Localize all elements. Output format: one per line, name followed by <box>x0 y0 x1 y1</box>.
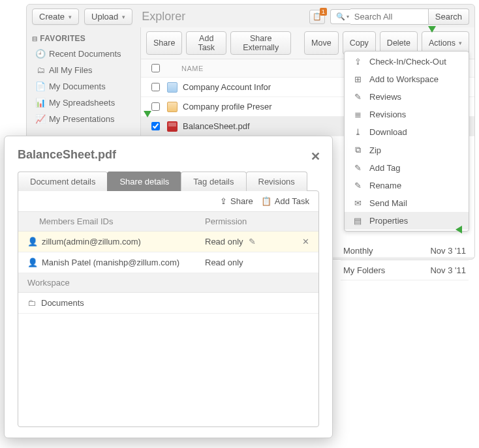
presentation-file-icon <box>167 102 178 112</box>
menu-label: Add Tag <box>369 163 400 173</box>
sidebar-item-label: Recent Documents <box>49 49 121 59</box>
sidebar-item-all-files[interactable]: 🗂 All My Files <box>32 62 138 78</box>
create-button[interactable]: Create ▾ <box>32 8 79 25</box>
upload-button[interactable]: Upload ▾ <box>84 8 132 25</box>
tab-body: ⇪ Share 📋 Add Task Members Email IDs Per… <box>18 190 319 427</box>
menu-item-zip[interactable]: ⧉ Zip <box>345 141 469 159</box>
menu-label: Rename <box>369 181 401 190</box>
sidebar-item-presentations[interactable]: 📈 My Presentations <box>32 111 138 127</box>
menu-item-properties[interactable]: ▤ Properties <box>345 212 469 230</box>
share-action-bar: ⇪ Share 📋 Add Task <box>18 191 318 212</box>
search-group: 🔍 ▾ Search <box>330 8 469 25</box>
sidebar-item-label: My Presentations <box>49 114 114 124</box>
share-button[interactable]: Share <box>146 31 182 55</box>
menu-label: Zip <box>369 145 381 155</box>
select-all-checkbox[interactable] <box>151 64 160 72</box>
menu-item-checkin[interactable]: ⇪ Check-In/Check-Out <box>345 53 469 70</box>
menu-label: Revisions <box>369 110 406 119</box>
add-task-label: Add Task <box>275 196 309 206</box>
person-icon: 👤 <box>27 237 38 246</box>
files-icon: 🗂 <box>36 65 45 75</box>
add-task-link[interactable]: 📋 Add Task <box>261 196 309 206</box>
caret-icon: ▾ <box>459 40 462 46</box>
popup-header: BalanceSheet.pdf ✕ <box>5 136 332 171</box>
workspace-header: Workspace <box>18 273 318 293</box>
share-icon: ⇪ <box>220 196 227 206</box>
workspace-name: Documents <box>41 298 84 308</box>
tab-share-details[interactable]: Share details <box>107 172 181 191</box>
caret-icon: ▾ <box>347 14 349 20</box>
list-item[interactable]: My Folders Nov 3 '11 <box>341 261 469 280</box>
row-checkbox[interactable] <box>151 102 160 111</box>
sidebar-item-recent[interactable]: 🕘 Recent Documents <box>32 46 138 62</box>
remove-icon[interactable]: ✕ <box>302 237 309 246</box>
edit-icon[interactable]: ✎ <box>249 237 256 246</box>
row-checkbox[interactable] <box>151 83 160 91</box>
sidebar-item-documents[interactable]: 📄 My Documents <box>32 78 138 95</box>
pres-icon: 📈 <box>36 114 45 124</box>
search-scope-button[interactable]: 🔍 ▾ <box>330 9 350 24</box>
share-link[interactable]: ⇪ Share <box>220 196 253 206</box>
share-externally-button[interactable]: Share Externally <box>230 31 291 55</box>
tag-icon: ✎ <box>352 163 363 173</box>
share-label: Share <box>230 196 253 206</box>
row-checkbox[interactable] <box>151 122 160 130</box>
member-email: zillum(admin@zillum.com) <box>42 237 205 246</box>
workspace-row[interactable]: 🗀 Documents <box>18 293 318 314</box>
add-task-button[interactable]: Add Task <box>186 31 226 55</box>
column-name: NAME <box>164 65 204 72</box>
pdf-file-icon <box>167 121 178 132</box>
menu-item-send-mail[interactable]: ✉ Send Mail <box>345 194 469 212</box>
top-bar: Create ▾ Upload ▾ Explorer 📋 🔍 ▾ Search <box>27 5 474 27</box>
menu-item-add-tag[interactable]: ✎ Add Tag <box>345 159 469 177</box>
folder-name: Monthly <box>343 246 373 256</box>
caret-icon: ▾ <box>122 14 125 20</box>
menu-item-rename[interactable]: ✎ Rename <box>345 177 469 194</box>
menu-label: Properties <box>369 216 408 226</box>
folder-icon: 🗀 <box>27 298 36 308</box>
sidebar-item-spreadsheets[interactable]: 📊 My Spreadsheets <box>32 95 138 111</box>
tab-document-details[interactable]: Document details <box>18 172 108 191</box>
tab-tag-details[interactable]: Tag details <box>181 172 246 191</box>
list-item[interactable]: Monthly Nov 3 '11 <box>341 241 469 261</box>
upload-label: Upload <box>91 12 118 22</box>
zip-icon: ⧉ <box>352 145 363 155</box>
file-name: Company profile Preser <box>183 102 272 112</box>
revisions-icon: ≣ <box>352 110 363 119</box>
favorites-header[interactable]: ⊟ FAVORITES <box>32 31 138 46</box>
folder-date: Nov 3 '11 <box>430 246 466 256</box>
menu-item-revisions[interactable]: ≣ Revisions <box>345 106 469 123</box>
share-row[interactable]: 👤 zillum(admin@zillum.com) Read only ✎ ✕ <box>18 231 318 252</box>
tab-bar: Document details Share details Tag detai… <box>18 171 319 190</box>
word-file-icon <box>167 82 178 93</box>
caret-icon: ▾ <box>69 14 72 20</box>
permission-value: Read only <box>205 258 243 267</box>
menu-label: Send Mail <box>369 198 407 208</box>
checkin-icon: ⇪ <box>352 57 363 67</box>
actions-label: Actions <box>429 38 456 48</box>
menu-label: Download <box>369 127 407 137</box>
notification-icon[interactable]: 📋 <box>309 10 325 24</box>
col-members: Members Email IDs <box>27 217 205 226</box>
rename-icon: ✎ <box>352 181 363 190</box>
collapse-icon: ⊟ <box>32 35 37 42</box>
move-button[interactable]: Move <box>304 31 339 55</box>
col-permission: Permission <box>205 217 309 226</box>
menu-item-workspace[interactable]: ⊞ Add to Workspace <box>345 70 469 88</box>
share-row[interactable]: 👤 Manish Patel (manishp@zillum.com) Read… <box>18 252 318 273</box>
sidebar-item-label: My Spreadsheets <box>49 98 115 108</box>
menu-item-download[interactable]: ⤓ Download <box>345 123 469 141</box>
hint-arrow-icon <box>456 226 462 233</box>
menu-item-reviews[interactable]: ✎ Reviews <box>345 88 469 106</box>
task-icon: 📋 <box>261 196 271 206</box>
menu-label: Add to Workspace <box>369 74 439 84</box>
page-title: Explorer <box>142 10 304 23</box>
popup-title-text: BalanceSheet.pdf <box>18 148 116 161</box>
member-email: Manish Patel (manishp@zillum.com) <box>42 258 205 267</box>
tab-revisions[interactable]: Revisions <box>246 172 307 191</box>
search-button[interactable]: Search <box>429 8 469 25</box>
search-input[interactable] <box>350 8 429 25</box>
workspace-icon: ⊞ <box>352 74 363 84</box>
share-table-header: Members Email IDs Permission <box>18 212 318 231</box>
close-icon[interactable]: ✕ <box>311 149 320 164</box>
